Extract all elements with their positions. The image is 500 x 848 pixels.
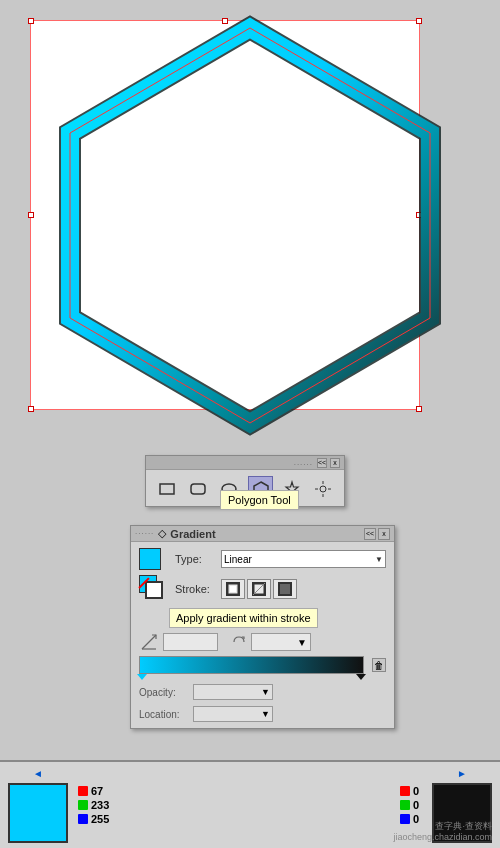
svg-rect-4 [191, 484, 205, 494]
gradient-bar[interactable] [139, 656, 364, 674]
svg-point-8 [320, 486, 326, 492]
gradient-panel-title: Gradient [170, 528, 215, 540]
green-dot [78, 800, 88, 810]
type-select-value: Linear [224, 554, 252, 565]
svg-line-16 [253, 583, 265, 595]
type-label: Type: [175, 553, 217, 565]
blue-val-left: 255 [91, 813, 116, 825]
rectangle-tool-icon[interactable] [154, 476, 179, 502]
toolbar-collapse-btn[interactable]: << [317, 458, 327, 468]
right-channels: 0 0 0 [400, 785, 428, 825]
hexagon-svg [0, 0, 500, 450]
gradient-panel-title-left: ······ ◇ Gradient [135, 527, 216, 540]
toolbar-close-btn[interactable]: x [330, 458, 340, 468]
green-channel-left: 233 [78, 799, 116, 811]
svg-rect-3 [160, 484, 174, 494]
gradient-delete-btn[interactable]: 🗑 [372, 658, 386, 672]
stroke-btn-1[interactable] [221, 579, 245, 599]
reverse-icon [230, 633, 248, 651]
svg-marker-2 [70, 28, 430, 423]
svg-rect-14 [230, 586, 236, 592]
opacity-label: Opacity: [139, 687, 189, 698]
red-val-left: 67 [91, 785, 116, 797]
left-color-swatch[interactable] [8, 783, 68, 843]
location-select[interactable]: ▼ [193, 706, 273, 722]
green-val-right: 0 [413, 799, 428, 811]
red-channel-left: 67 [78, 785, 116, 797]
toolbar-controls: << x [317, 458, 340, 468]
blue-dot [78, 814, 88, 824]
opacity-select[interactable]: ▼ [193, 684, 273, 700]
gradient-panel-body: Type: Linear ▼ Stroke: [131, 542, 394, 728]
gradient-panel-close-btn[interactable]: x [378, 528, 390, 540]
stroke-btn-3[interactable] [273, 579, 297, 599]
svg-line-18 [142, 635, 156, 649]
location-row: Location: ▼ [139, 706, 386, 722]
stroke-btn-2[interactable] [247, 579, 271, 599]
canvas-area [0, 0, 500, 450]
flare-tool-icon[interactable] [311, 476, 336, 502]
green-dot-right [400, 800, 410, 810]
gradient-stop-left[interactable] [137, 674, 147, 680]
red-dot-right [400, 786, 410, 796]
gradient-bar-container: 🗑 [139, 656, 386, 674]
location-label: Location: [139, 709, 189, 720]
gradient-panel-dots: ······ [135, 529, 154, 538]
polygon-tool-tooltip: Polygon Tool [220, 490, 299, 510]
type-select-arrow: ▼ [375, 555, 383, 564]
svg-marker-0 [70, 28, 430, 423]
apply-gradient-tooltip: Apply gradient within stroke [169, 608, 318, 628]
green-val-left: 233 [91, 799, 116, 811]
left-channels: 67 233 255 [78, 785, 116, 825]
right-arrow: ► [457, 768, 467, 779]
type-row: Type: Linear ▼ [139, 548, 386, 570]
green-channel-right: 0 [400, 799, 428, 811]
red-channel-right: 0 [400, 785, 428, 797]
blue-channel-left: 255 [78, 813, 116, 825]
watermark: 查字典·查资料jiaocheng.chazidian.com [393, 821, 492, 844]
angle-row: ▼ [139, 632, 386, 652]
gradient-panel-controls: << x [364, 528, 390, 540]
reverse-select-arrow: ▼ [297, 637, 307, 648]
left-color-group: ◄ [8, 768, 68, 843]
opacity-arrow: ▼ [261, 687, 270, 697]
svg-marker-1 [70, 28, 430, 423]
stroke-buttons [221, 579, 297, 599]
red-val-right: 0 [413, 785, 428, 797]
gradient-icon-area [139, 632, 159, 652]
stroke-row: Stroke: [139, 575, 386, 603]
stroke-label: Stroke: [175, 583, 217, 595]
gradient-stop-right[interactable] [356, 674, 366, 680]
opacity-row: Opacity: ▼ [139, 684, 386, 700]
type-color-swatch [139, 548, 161, 570]
gradient-panel-icon: ◇ [158, 527, 166, 540]
angle-input[interactable] [163, 633, 218, 651]
gradient-panel-titlebar: ······ ◇ Gradient << x [131, 526, 394, 542]
reverse-select[interactable]: ▼ [251, 633, 311, 651]
toolbar-dots: ...... [294, 458, 313, 467]
toolbar-titlebar: ...... << x [146, 456, 344, 470]
type-select[interactable]: Linear ▼ [221, 550, 386, 568]
gradient-panel-collapse-btn[interactable]: << [364, 528, 376, 540]
location-arrow: ▼ [261, 709, 270, 719]
svg-rect-17 [279, 583, 291, 595]
left-arrow: ◄ [33, 768, 43, 779]
gradient-panel: ······ ◇ Gradient << x Type: Linear ▼ [130, 525, 395, 729]
red-dot [78, 786, 88, 796]
rounded-rect-tool-icon[interactable] [185, 476, 210, 502]
